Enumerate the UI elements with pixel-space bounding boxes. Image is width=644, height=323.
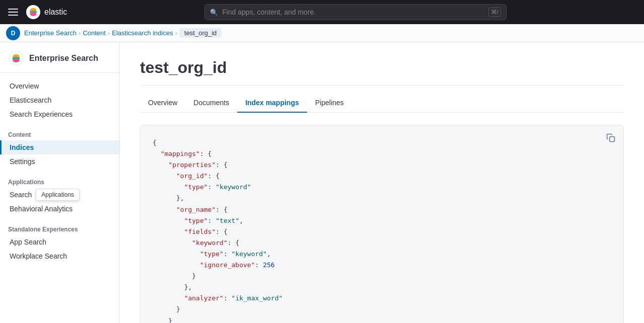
svg-rect-12 xyxy=(610,137,615,142)
code-content: { "mappings": { "properties": { "org_id"… xyxy=(153,137,611,323)
sidebar-item-overview[interactable]: Overview xyxy=(0,79,119,93)
breadcrumb-current: test_org_id xyxy=(179,28,222,38)
sidebar-section-applications: Applications Search Applications Behavio… xyxy=(0,171,119,218)
sidebar-title: Enterprise Search xyxy=(29,54,98,63)
sidebar-section-content: Content Indices Settings xyxy=(0,123,119,171)
breadcrumb-content[interactable]: Content xyxy=(83,29,106,37)
code-line: } xyxy=(153,304,611,315)
sidebar-item-workplace-search[interactable]: Workplace Search xyxy=(0,249,119,263)
code-line: }, xyxy=(153,193,611,204)
breadcrumb-sep-1: › xyxy=(79,29,81,37)
sidebar-section-content-label: Content xyxy=(0,129,119,140)
tab-index-mappings[interactable]: Index mappings xyxy=(237,94,307,113)
code-line: "ignore_above": 256 xyxy=(153,260,611,271)
sidebar-item-elasticsearch[interactable]: Elasticsearch xyxy=(0,93,119,107)
svg-rect-0 xyxy=(8,9,18,10)
svg-point-6 xyxy=(30,12,36,16)
code-line: } xyxy=(153,315,611,324)
sidebar-item-indices[interactable]: Indices xyxy=(0,140,119,154)
code-line: "org_name": { xyxy=(153,204,611,215)
svg-rect-1 xyxy=(8,12,18,13)
code-line: "analyzer": "ik_max_word" xyxy=(153,293,611,304)
code-block: { "mappings": { "properties": { "org_id"… xyxy=(140,125,624,323)
avatar[interactable]: D xyxy=(6,26,20,40)
code-line: "type": "keyword" xyxy=(153,182,611,193)
code-line: } xyxy=(153,271,611,282)
sidebar-section-applications-label: Applications xyxy=(0,177,119,188)
tab-overview[interactable]: Overview xyxy=(140,94,185,113)
breadcrumb-sep-3: › xyxy=(175,29,177,37)
sidebar-section-standalone-label: Standalone Experiences xyxy=(0,224,119,235)
code-line: "mappings": { xyxy=(153,148,611,159)
code-line: "properties": { xyxy=(153,159,611,171)
sidebar-item-search-experiences[interactable]: Search Experiences xyxy=(0,107,119,121)
hamburger-button[interactable] xyxy=(6,5,20,19)
breadcrumb-bar: D Enterprise Search › Content › Elastics… xyxy=(0,24,644,42)
copy-button[interactable] xyxy=(604,131,617,146)
sidebar-item-app-search[interactable]: App Search xyxy=(0,235,119,249)
topbar: elastic 🔍 ⌘/ xyxy=(0,0,644,24)
code-line: "keyword": { xyxy=(153,237,611,249)
global-search-input[interactable] xyxy=(222,8,484,16)
sidebar-item-behavioral-analytics[interactable]: Behavioral Analytics xyxy=(0,202,119,216)
svg-point-11 xyxy=(13,58,20,62)
tab-pipelines[interactable]: Pipelines xyxy=(307,94,352,113)
global-search-bar[interactable]: 🔍 ⌘/ xyxy=(204,4,507,20)
tab-documents[interactable]: Documents xyxy=(185,94,237,113)
tab-bar: Overview Documents Index mappings Pipeli… xyxy=(140,94,624,113)
sidebar-section-standalone: Standalone Experiences App Search Workpl… xyxy=(0,218,119,265)
page-title: test_org_id xyxy=(140,58,624,77)
sidebar-section-nav: Overview Elasticsearch Search Experience… xyxy=(0,73,119,123)
sidebar-item-settings[interactable]: Settings xyxy=(0,154,119,169)
code-line: { xyxy=(153,137,611,148)
breadcrumb-sep-2: › xyxy=(108,29,110,37)
page-divider xyxy=(140,85,624,86)
code-line: "fields": { xyxy=(153,226,611,237)
main-layout: Enterprise Search Overview Elasticsearch… xyxy=(0,42,644,323)
elastic-logo[interactable]: elastic xyxy=(26,5,67,19)
breadcrumb-elasticsearch-indices[interactable]: Elasticsearch indices xyxy=(112,29,173,37)
search-shortcut-badge: ⌘/ xyxy=(488,8,501,17)
sidebar-item-search[interactable]: Search Applications xyxy=(0,188,119,202)
code-line: }, xyxy=(153,282,611,293)
code-line: "type": "text", xyxy=(153,215,611,226)
breadcrumb-enterprise-search[interactable]: Enterprise Search xyxy=(24,29,77,37)
code-line: "org_id": { xyxy=(153,171,611,182)
sidebar-header: Enterprise Search xyxy=(0,42,119,73)
applications-tooltip-text: Applications xyxy=(36,189,80,201)
main-content: test_org_id Overview Documents Index map… xyxy=(120,42,644,323)
search-icon: 🔍 xyxy=(210,9,218,16)
sidebar: Enterprise Search Overview Elasticsearch… xyxy=(0,42,120,323)
svg-rect-2 xyxy=(8,15,18,16)
elastic-logo-text: elastic xyxy=(44,8,67,17)
code-line: "type": "keyword", xyxy=(153,249,611,260)
